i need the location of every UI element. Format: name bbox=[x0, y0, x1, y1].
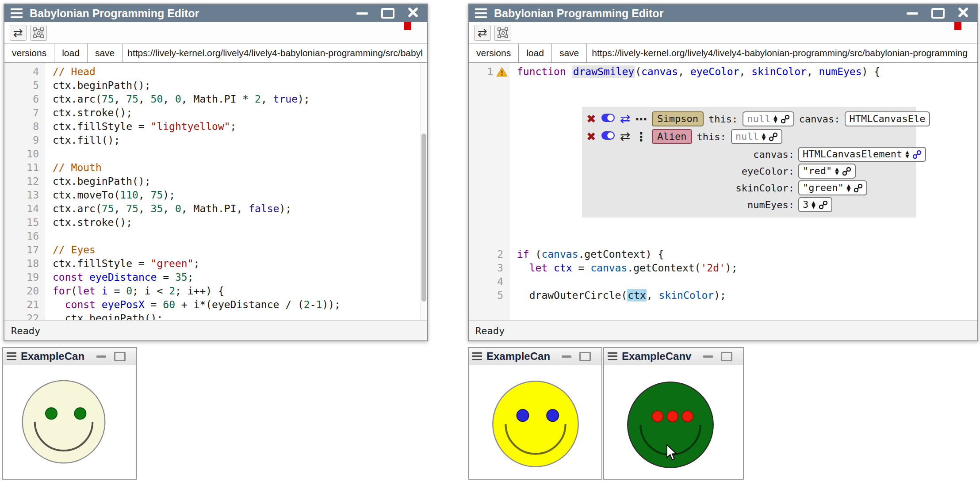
code-text[interactable]: // Eyes bbox=[45, 243, 427, 257]
minimize-button[interactable] bbox=[907, 12, 918, 15]
code-text[interactable]: ctx.fillStyle = "green"; bbox=[45, 257, 427, 271]
migrate-examples-button[interactable]: ⇄ bbox=[474, 25, 491, 41]
migrate-examples-button[interactable]: ⇄ bbox=[10, 25, 27, 41]
hamburger-menu-icon[interactable] bbox=[608, 352, 617, 361]
save-button[interactable]: save bbox=[552, 44, 587, 62]
versions-button[interactable]: versions bbox=[469, 44, 519, 62]
code-text[interactable]: // Mouth bbox=[45, 161, 427, 175]
value-spinner[interactable]: ▲▼ bbox=[812, 201, 815, 209]
code-text[interactable]: function drawSmiley(canvas, eyeColor, sk… bbox=[509, 65, 977, 79]
code-line[interactable]: 12ctx.beginPath(); bbox=[4, 175, 427, 188]
hamburger-menu-icon[interactable] bbox=[11, 8, 23, 18]
code-line[interactable]: 21 const eyePosX = 60 + i*(eyeDistance /… bbox=[4, 298, 427, 312]
swap-example-icon[interactable]: ⇄ bbox=[620, 113, 630, 125]
save-button[interactable]: save bbox=[88, 44, 122, 62]
select-canvas-button[interactable] bbox=[494, 25, 511, 41]
code-line[interactable]: 13ctx.moveTo(110, 75); bbox=[4, 188, 427, 202]
close-button[interactable] bbox=[958, 7, 969, 19]
more-options-icon[interactable]: ⋯ bbox=[635, 113, 647, 125]
param-value-box[interactable]: null ▲▼ bbox=[731, 129, 782, 145]
url-field[interactable]: https://lively-kernel.org/lively4/lively… bbox=[122, 44, 427, 62]
titlebar[interactable]: Babylonian Programming Editor bbox=[469, 4, 977, 22]
maximize-button[interactable] bbox=[721, 352, 732, 361]
example-badge[interactable]: Alien bbox=[652, 129, 692, 144]
value-spinner[interactable]: ▲▼ bbox=[905, 150, 909, 158]
code-line[interactable]: 15ctx.stroke(); bbox=[4, 216, 427, 229]
example-badge[interactable]: Simpson bbox=[652, 111, 704, 126]
code-text[interactable]: ctx.stroke(); bbox=[45, 106, 427, 120]
code-text[interactable]: for(let i = 0; i < 2; i++) { bbox=[45, 284, 427, 298]
code-line[interactable]: 19const eyeDistance = 35; bbox=[4, 271, 427, 284]
code-text[interactable]: let ctx = canvas.getContext('2d'); bbox=[509, 261, 977, 275]
versions-button[interactable]: versions bbox=[4, 44, 54, 62]
hamburger-menu-icon[interactable] bbox=[472, 352, 482, 361]
code-text[interactable]: ctx.beginPath(); bbox=[45, 312, 427, 320]
link-icon[interactable] bbox=[781, 115, 790, 124]
select-canvas-button[interactable] bbox=[30, 25, 47, 41]
param-value-box[interactable]: HTMLCanvasEle bbox=[845, 111, 930, 127]
hamburger-menu-icon[interactable] bbox=[7, 352, 16, 361]
code-line[interactable]: 1function drawSmiley(canvas, eyeColor, s… bbox=[469, 65, 977, 79]
code-text[interactable]: const eyeDistance = 35; bbox=[45, 271, 427, 284]
link-icon[interactable] bbox=[854, 183, 863, 193]
code-line[interactable]: 2if (canvas.getContext) { bbox=[469, 248, 977, 261]
code-text[interactable]: ctx.stroke(); bbox=[45, 216, 427, 229]
param-value-box[interactable]: "green"▲▼ bbox=[798, 180, 867, 196]
value-spinner[interactable]: ▲▼ bbox=[762, 133, 766, 141]
code-line[interactable]: 16 bbox=[4, 229, 427, 243]
minimize-button[interactable] bbox=[703, 355, 713, 358]
swap-example-icon[interactable]: ⇄ bbox=[620, 130, 630, 143]
link-icon[interactable] bbox=[912, 150, 922, 159]
hamburger-menu-icon[interactable] bbox=[475, 8, 487, 18]
code-line[interactable]: 17// Eyes bbox=[4, 243, 427, 257]
code-line[interactable]: 7ctx.stroke(); bbox=[4, 106, 427, 120]
delete-example-icon[interactable]: ✖ bbox=[586, 113, 596, 125]
code-line[interactable]: 14ctx.arc(75, 75, 35, 0, Math.PI, false)… bbox=[4, 202, 427, 216]
code-editor[interactable]: 4// Head5ctx.beginPath();6ctx.arc(75, 75… bbox=[4, 63, 427, 320]
link-icon[interactable] bbox=[842, 167, 851, 176]
minimize-button[interactable] bbox=[96, 355, 106, 358]
code-text[interactable]: if (canvas.getContext) { bbox=[509, 248, 977, 261]
value-spinner[interactable]: ▲▼ bbox=[835, 167, 838, 175]
load-button[interactable]: load bbox=[54, 44, 88, 62]
code-text[interactable]: ctx.arc(75, 75, 35, 0, Math.PI, false); bbox=[45, 202, 427, 216]
maximize-button[interactable] bbox=[931, 8, 945, 19]
param-value-box[interactable]: 3▲▼ bbox=[798, 197, 832, 213]
code-line[interactable]: 8ctx.fillStyle = "lightyellow"; bbox=[4, 120, 427, 134]
param-value-box[interactable]: null ▲▼ bbox=[743, 111, 794, 127]
scrollbar-thumb[interactable] bbox=[421, 134, 426, 302]
code-line[interactable]: 20for(let i = 0; i < 2; i++) { bbox=[4, 284, 427, 298]
value-spinner[interactable]: ▲▼ bbox=[773, 115, 777, 123]
code-text[interactable]: ctx.beginPath(); bbox=[45, 175, 427, 188]
code-text[interactable]: drawOuterCircle(ctx, skinColor); bbox=[509, 289, 977, 302]
close-button[interactable] bbox=[408, 7, 418, 19]
code-line[interactable]: 11// Mouth bbox=[4, 161, 427, 175]
code-line[interactable]: 22 ctx.beginPath(); bbox=[4, 312, 427, 320]
code-text[interactable]: const eyePosX = 60 + i*(eyeDistance / (2… bbox=[45, 298, 427, 312]
param-value-box[interactable]: HTMLCanvasElement▲▼ bbox=[798, 147, 926, 162]
code-line[interactable]: 9ctx.fill(); bbox=[4, 134, 427, 147]
code-text[interactable] bbox=[45, 229, 427, 243]
code-line[interactable]: 18ctx.fillStyle = "green"; bbox=[4, 257, 427, 271]
code-text[interactable]: ctx.moveTo(110, 75); bbox=[45, 188, 427, 202]
link-icon[interactable] bbox=[769, 132, 778, 141]
value-spinner[interactable]: ▲▼ bbox=[847, 184, 850, 192]
minimize-button[interactable] bbox=[356, 12, 368, 15]
code-text[interactable] bbox=[509, 275, 977, 289]
code-line[interactable]: 4// Head bbox=[4, 65, 427, 79]
code-line[interactable]: 3 let ctx = canvas.getContext('2d'); bbox=[469, 261, 977, 275]
toggle-on-icon[interactable] bbox=[601, 112, 615, 126]
more-options-icon[interactable]: ⋮ bbox=[635, 131, 647, 143]
code-line[interactable]: 10 bbox=[4, 147, 427, 161]
code-text[interactable]: ctx.beginPath(); bbox=[45, 79, 427, 92]
minimize-button[interactable] bbox=[562, 355, 571, 358]
url-field[interactable]: https://lively-kernel.org/lively4/lively… bbox=[587, 44, 977, 62]
code-line[interactable]: 5ctx.beginPath(); bbox=[4, 79, 427, 92]
toggle-on-icon[interactable] bbox=[601, 130, 615, 144]
code-line[interactable]: 5 drawOuterCircle(ctx, skinColor); bbox=[469, 289, 977, 302]
code-text[interactable] bbox=[45, 147, 427, 161]
code-text[interactable]: ctx.arc(75, 75, 50, 0, Math.PI * 2, true… bbox=[45, 92, 427, 106]
code-text[interactable]: ctx.fillStyle = "lightyellow"; bbox=[45, 120, 427, 134]
code-line[interactable]: 6ctx.arc(75, 75, 50, 0, Math.PI * 2, tru… bbox=[4, 92, 427, 106]
code-text[interactable]: ctx.fill(); bbox=[45, 134, 427, 147]
